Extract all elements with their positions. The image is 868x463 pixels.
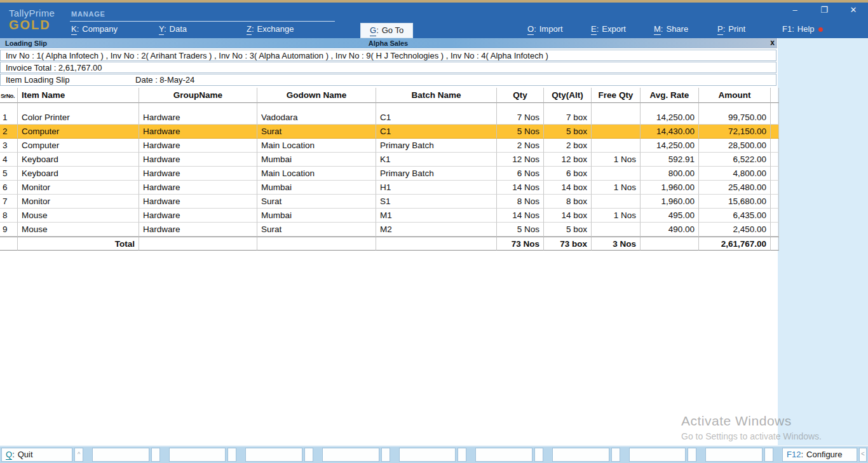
menu-print[interactable]: P:Print xyxy=(717,24,745,34)
table-row-cell: 7 Nos xyxy=(497,111,544,125)
table-total-row-cell xyxy=(376,237,497,251)
table-row-cell: C1 xyxy=(376,111,497,125)
bottom-bar-separator-button[interactable] xyxy=(304,448,313,462)
bottom-bar-empty-button[interactable] xyxy=(475,448,532,462)
table-row-cell: 1 Nos xyxy=(592,209,641,223)
minimize-icon[interactable]: – xyxy=(780,3,810,19)
bottom-bar-separator-button[interactable] xyxy=(381,448,390,462)
report-close-icon[interactable]: x xyxy=(770,39,775,47)
table-row-cell: Hardware xyxy=(139,195,257,209)
bottom-button-bar: Q:Quit ^ F12:Configure < xyxy=(0,445,868,463)
table-header-row-cell: Godown Name xyxy=(257,88,376,103)
table-row-cell: M2 xyxy=(376,223,497,237)
bottom-bar-empty-button[interactable] xyxy=(705,448,763,462)
table-row[interactable]: 6MonitorHardwareMumbaiH114 Nos14 box1 No… xyxy=(0,181,776,195)
table-total-row-cell xyxy=(257,237,376,251)
bottom-bar-empty-button[interactable] xyxy=(245,448,302,462)
table-row[interactable]: 4KeyboardHardwareMumbaiK112 Nos12 box1 N… xyxy=(0,153,776,167)
table-spacer-row xyxy=(0,103,776,111)
table-right-strip xyxy=(771,103,779,111)
table-row-cell: Mumbai xyxy=(257,153,376,167)
table-row-cell: Computer xyxy=(18,139,139,153)
menu-exchange[interactable]: Z:Exchange xyxy=(247,24,294,34)
table-total-row-cell: 2,61,767.00 xyxy=(699,237,771,251)
quit-expand-caret-icon[interactable]: ^ xyxy=(74,448,83,462)
table-total-row-cell xyxy=(641,237,699,251)
menu-share[interactable]: M:Share xyxy=(654,24,688,34)
table-header-row-cell: Item Name xyxy=(18,88,139,103)
table-row-cell: 5 box xyxy=(544,125,592,139)
table-header-row-cell: GroupName xyxy=(139,88,257,103)
menu-go-to[interactable]: G:Go To xyxy=(360,23,413,38)
table-row-cell: 2 Nos xyxy=(497,139,544,153)
menu-import[interactable]: O:Import xyxy=(527,24,563,34)
bottom-bar-separator-button[interactable] xyxy=(534,448,543,462)
bottom-bar-separator-button[interactable] xyxy=(151,448,160,462)
table-row[interactable]: 1Color PrinterHardwareVadodaraC17 Nos7 b… xyxy=(0,111,776,125)
table-row-cell: 6 Nos xyxy=(497,167,544,181)
restore-icon[interactable]: ❐ xyxy=(810,3,839,19)
table-row-cell: Primary Batch xyxy=(376,167,497,181)
table-right-strip xyxy=(771,209,779,223)
bottom-bar-empty-button[interactable] xyxy=(169,448,226,462)
table-spacer-row-cell xyxy=(699,103,771,111)
table-header-row-cell: Free Qty xyxy=(592,88,641,103)
configure-collapse-chevron-icon[interactable]: < xyxy=(859,448,867,462)
table-right-strip xyxy=(771,237,779,251)
bottom-bar-empty-button[interactable] xyxy=(629,448,686,462)
table-row[interactable]: 3ComputerHardwareMain LocationPrimary Ba… xyxy=(0,139,776,153)
table-row-cell: Keyboard xyxy=(18,167,139,181)
table-row[interactable]: 5KeyboardHardwareMain LocationPrimary Ba… xyxy=(0,167,776,181)
table-row-selected[interactable]: 2ComputerHardwareSuratC15 Nos5 box14,430… xyxy=(0,125,776,139)
table-right-strip xyxy=(771,125,779,139)
table-total-row-cell: 73 box xyxy=(544,237,592,251)
table-row-cell: 4,800.00 xyxy=(699,167,771,181)
table-right-strip xyxy=(771,139,779,153)
app-name: TallyPrime xyxy=(9,8,55,18)
table-row-cell: 5 xyxy=(0,167,18,181)
menu-company[interactable]: K:Company xyxy=(71,24,118,34)
table-row-cell: 490.00 xyxy=(641,223,699,237)
bottom-bar-separator-button[interactable] xyxy=(611,448,620,462)
table-row-cell: Hardware xyxy=(139,153,257,167)
bottom-bar-separator-button[interactable] xyxy=(764,448,773,462)
table-row-cell: M1 xyxy=(376,209,497,223)
manage-section-label: MANAGE xyxy=(71,10,105,18)
quit-button[interactable]: Q:Quit xyxy=(1,448,72,462)
menu-help[interactable]: F1:Help xyxy=(782,24,823,34)
table-total-row-cell: Total xyxy=(18,237,139,251)
table-row-cell: Hardware xyxy=(139,181,257,195)
bottom-bar-separator-button[interactable] xyxy=(688,448,696,462)
menu-data[interactable]: Y:Data xyxy=(159,24,187,34)
right-side-panel xyxy=(778,38,868,445)
close-icon[interactable]: ✕ xyxy=(839,3,868,19)
report-title-bar: Loading Slip Alpha Sales x xyxy=(0,38,777,48)
table-row[interactable]: 9MouseHardwareSuratM25 Nos5 box490.002,4… xyxy=(0,223,776,237)
table-spacer-row-cell xyxy=(0,103,18,111)
configure-button[interactable]: F12:Configure xyxy=(782,448,857,462)
table-row-cell: 12 Nos xyxy=(497,153,544,167)
menu-export[interactable]: E:Export xyxy=(591,24,626,34)
table-row-cell: 5 Nos xyxy=(497,223,544,237)
table-row-cell: Keyboard xyxy=(18,153,139,167)
table-header-row-cell: Qty(Alt) xyxy=(544,88,592,103)
table-row-cell: 6,435.00 xyxy=(699,209,771,223)
table-row-cell: 8 box xyxy=(544,195,592,209)
table-row-cell: Hardware xyxy=(139,223,257,237)
table-row-cell: 14 box xyxy=(544,209,592,223)
manage-underline xyxy=(70,21,335,22)
table-spacer-row-cell xyxy=(139,103,257,111)
bottom-bar-empty-button[interactable] xyxy=(92,448,149,462)
bottom-bar-empty-button[interactable] xyxy=(322,448,379,462)
bottom-bar-separator-button[interactable] xyxy=(227,448,236,462)
table-row[interactable]: 8MouseHardwareMumbaiM114 Nos14 box1 Nos4… xyxy=(0,209,776,223)
bottom-bar-separator-button[interactable] xyxy=(458,448,466,462)
table-row-cell: 14 Nos xyxy=(497,181,544,195)
table-row-cell: Hardware xyxy=(139,139,257,153)
table-row[interactable]: 7MonitorHardwareSuratS18 Nos8 box1,960.0… xyxy=(0,195,776,209)
bottom-bar-empty-button[interactable] xyxy=(552,448,609,462)
table-row-cell: 495.00 xyxy=(641,209,699,223)
table-row-cell: 14,250.00 xyxy=(641,111,699,125)
table-row-cell: 6 box xyxy=(544,167,592,181)
bottom-bar-empty-button[interactable] xyxy=(399,448,456,462)
